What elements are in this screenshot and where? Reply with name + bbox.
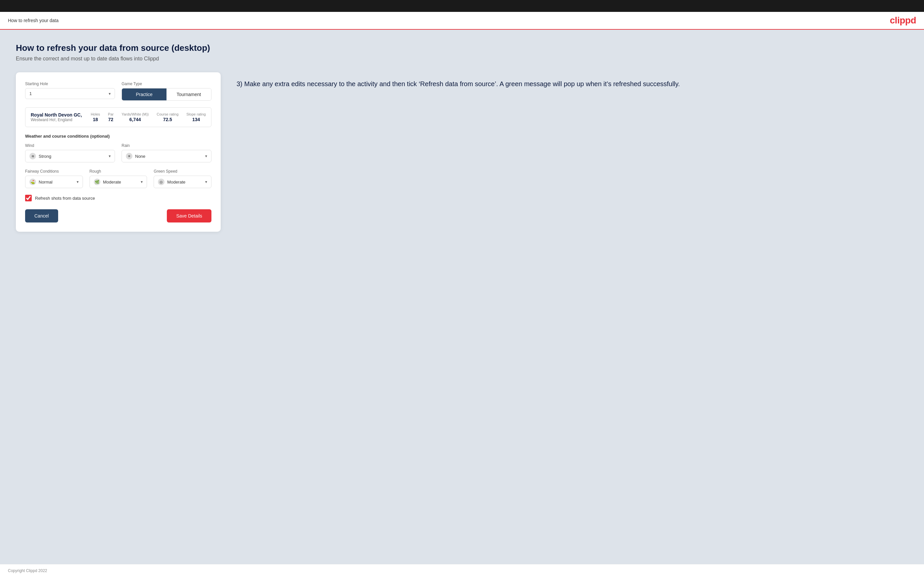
- wind-label: Wind: [25, 143, 115, 148]
- rain-group: Rain ☀ None ▾ None: [121, 143, 212, 163]
- rough-group: Rough 🌿 Moderate ▾ Moderate: [89, 169, 147, 188]
- sidebar-instruction: 3) Make any extra edits necessary to the…: [236, 79, 908, 89]
- fairway-label: Fairway Conditions: [25, 169, 83, 174]
- top-form-row: Starting Hole 1 ▾ 1 Game Type: [25, 82, 212, 101]
- content-area: How to refresh your data from source (de…: [0, 30, 924, 564]
- wind-wrapper[interactable]: ≋ Strong ▾ Strong: [25, 150, 115, 163]
- chrome-window: How to refresh your data clippd How to r…: [0, 12, 924, 577]
- refresh-checkbox[interactable]: [25, 195, 32, 201]
- starting-hole-label: Starting Hole: [25, 82, 115, 86]
- holes-label: Holes: [91, 112, 100, 116]
- course-info-box: Royal North Devon GC, Westward Ho!, Engl…: [25, 107, 212, 127]
- cancel-button[interactable]: Cancel: [25, 209, 58, 222]
- tournament-button[interactable]: Tournament: [166, 89, 211, 100]
- wind-group: Wind ≋ Strong ▾ Strong: [25, 143, 115, 163]
- course-name: Royal North Devon GC,: [31, 112, 84, 118]
- main-layout: Starting Hole 1 ▾ 1 Game Type: [16, 72, 908, 232]
- course-name-area: Royal North Devon GC, Westward Ho!, Engl…: [31, 112, 84, 122]
- starting-hole-group: Starting Hole 1 ▾ 1: [25, 82, 115, 101]
- par-stat: Par 72: [108, 112, 114, 122]
- holes-stat: Holes 18: [91, 112, 100, 122]
- wind-rain-row: Wind ≋ Strong ▾ Strong: [25, 143, 212, 163]
- yards-label: Yards/White (M)): [121, 112, 149, 116]
- form-actions: Cancel Save Details: [25, 209, 212, 222]
- course-rating-label: Course rating: [157, 112, 178, 116]
- course-location: Westward Ho!, England: [31, 118, 84, 122]
- slope-rating-label: Slope rating: [186, 112, 206, 116]
- form-card: Starting Hole 1 ▾ 1 Game Type: [16, 72, 221, 232]
- slope-rating-value: 134: [186, 117, 206, 122]
- game-type-label: Game Type: [121, 82, 212, 86]
- copyright-text: Copyright Clippd 2022: [8, 569, 47, 573]
- refresh-checkbox-row: Refresh shots from data source: [25, 195, 212, 201]
- rain-wrapper[interactable]: ☀ None ▾ None: [121, 150, 212, 163]
- rough-wrapper[interactable]: 🌿 Moderate ▾ Moderate: [89, 176, 147, 188]
- fairway-wrapper[interactable]: ⛳ Normal ▾ Normal: [25, 176, 83, 188]
- page-title: How to refresh your data: [8, 18, 58, 23]
- browser-header: How to refresh your data clippd: [0, 12, 924, 30]
- save-details-button[interactable]: Save Details: [167, 209, 212, 222]
- holes-value: 18: [91, 117, 100, 122]
- course-rating-value: 72.5: [157, 117, 178, 122]
- conditions-title: Weather and course conditions (optional): [25, 134, 212, 139]
- practice-button[interactable]: Practice: [122, 89, 166, 100]
- yards-value: 6,744: [121, 117, 149, 122]
- footer: Copyright Clippd 2022: [0, 564, 924, 577]
- starting-hole-wrapper[interactable]: 1 ▾ 1: [25, 88, 115, 99]
- slope-rating-stat: Slope rating 134: [186, 112, 206, 122]
- refresh-checkbox-label: Refresh shots from data source: [35, 196, 95, 201]
- top-bar: [0, 0, 924, 12]
- conditions-row: Fairway Conditions ⛳ Normal ▾ Normal: [25, 169, 212, 188]
- par-value: 72: [108, 117, 114, 122]
- page-subheading: Ensure the correct and most up to date d…: [16, 56, 908, 62]
- rain-label: Rain: [121, 143, 212, 148]
- course-rating-stat: Course rating 72.5: [157, 112, 178, 122]
- rough-label: Rough: [89, 169, 147, 174]
- fairway-group: Fairway Conditions ⛳ Normal ▾ Normal: [25, 169, 83, 188]
- green-speed-group: Green Speed ◎ Moderate ▾ Moderate: [153, 169, 212, 188]
- logo: clippd: [890, 15, 916, 26]
- sidebar-text: 3) Make any extra edits necessary to the…: [236, 72, 908, 89]
- par-label: Par: [108, 112, 114, 116]
- game-type-group: Game Type Practice Tournament: [121, 82, 212, 101]
- green-speed-wrapper[interactable]: ◎ Moderate ▾ Moderate: [153, 176, 212, 188]
- yards-stat: Yards/White (M)) 6,744: [121, 112, 149, 122]
- course-stats: Holes 18 Par 72 Yards/White (M)) 6,744: [91, 112, 206, 122]
- page-heading: How to refresh your data from source (de…: [16, 43, 908, 53]
- game-type-buttons: Practice Tournament: [121, 88, 212, 101]
- green-speed-label: Green Speed: [153, 169, 212, 174]
